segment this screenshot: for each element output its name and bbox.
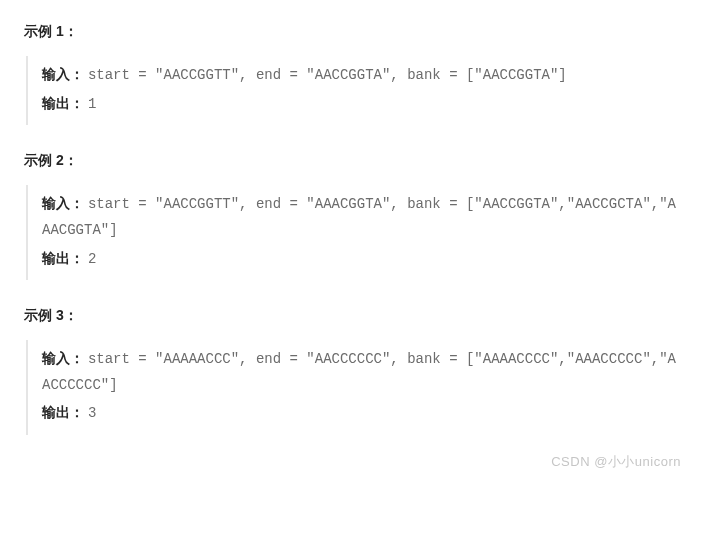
- output-code: 1: [88, 96, 96, 112]
- example-title: 示例 3：: [24, 304, 677, 326]
- input-label: 输入：: [42, 350, 84, 366]
- output-code: 3: [88, 405, 96, 421]
- input-line: 输入： start = "AACCGGTT", end = "AAACGGTA"…: [42, 191, 677, 243]
- example-1: 示例 1： 输入： start = "AACCGGTT", end = "AAC…: [24, 20, 677, 125]
- example-content: 输入： start = "AACCGGTT", end = "AACCGGTA"…: [26, 56, 677, 124]
- input-label: 输入：: [42, 66, 84, 82]
- example-content: 输入： start = "AAAAACCC", end = "AACCCCCC"…: [26, 340, 677, 435]
- output-line: 输出： 2: [42, 246, 677, 272]
- input-code: start = "AACCGGTT", end = "AACCGGTA", ba…: [88, 67, 567, 83]
- input-label: 输入：: [42, 195, 84, 211]
- example-3: 示例 3： 输入： start = "AAAAACCC", end = "AAC…: [24, 304, 677, 435]
- watermark: CSDN @小小unicorn: [551, 452, 681, 473]
- example-title: 示例 1：: [24, 20, 677, 42]
- example-2: 示例 2： 输入： start = "AACCGGTT", end = "AAA…: [24, 149, 677, 280]
- input-line: 输入： start = "AACCGGTT", end = "AACCGGTA"…: [42, 62, 677, 88]
- example-content: 输入： start = "AACCGGTT", end = "AAACGGTA"…: [26, 185, 677, 280]
- output-label: 输出：: [42, 250, 84, 266]
- output-line: 输出： 3: [42, 400, 677, 426]
- input-code: start = "AAAAACCC", end = "AACCCCCC", ba…: [42, 351, 676, 393]
- output-label: 输出：: [42, 95, 84, 111]
- input-code: start = "AACCGGTT", end = "AAACGGTA", ba…: [42, 196, 676, 238]
- output-label: 输出：: [42, 404, 84, 420]
- input-line: 输入： start = "AAAAACCC", end = "AACCCCCC"…: [42, 346, 677, 398]
- example-title: 示例 2：: [24, 149, 677, 171]
- output-code: 2: [88, 251, 96, 267]
- output-line: 输出： 1: [42, 91, 677, 117]
